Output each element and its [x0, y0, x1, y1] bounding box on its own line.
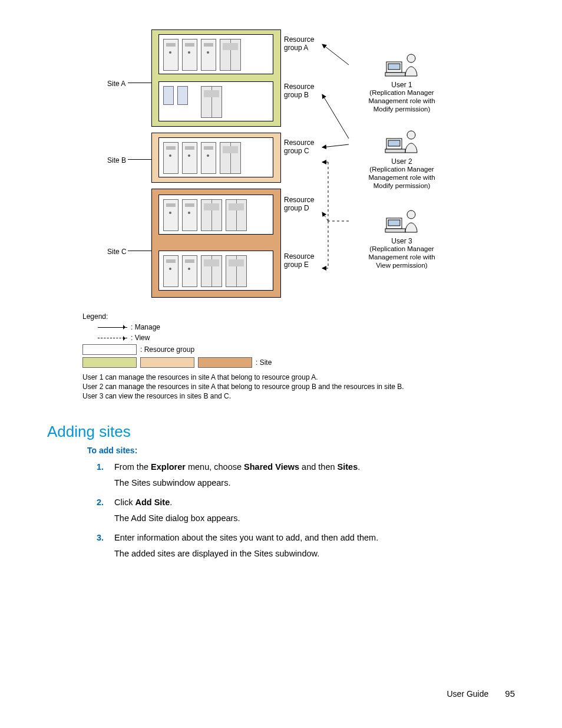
- resource-group-b-label: Resource group B: [284, 83, 314, 99]
- user-3-name: User 3: [346, 237, 458, 245]
- legend-resgroup: : Resource group: [140, 345, 194, 354]
- servers-icon: [163, 199, 247, 231]
- legend: Legend: : Manage : View : Resource group…: [82, 312, 480, 368]
- user-computer-icon: [384, 206, 419, 236]
- svg-point-3: [407, 54, 415, 62]
- svg-rect-2: [385, 73, 405, 76]
- step-text: Enter information about the sites you wa…: [114, 533, 378, 542]
- user-computer-icon: [384, 127, 419, 156]
- svg-rect-1: [388, 64, 400, 70]
- note-line: User 2 can manage the resources in site …: [82, 382, 480, 391]
- step-3: 3. Enter information about the sites you…: [97, 532, 515, 560]
- svg-line-13: [322, 94, 349, 139]
- user-2-name: User 2: [346, 157, 458, 166]
- procedure-subhead: To add sites:: [87, 446, 515, 455]
- step-1: 1. From the Explorer menu, choose Shared…: [97, 461, 515, 489]
- user-2-role: (Replication Manager Management role wit…: [346, 166, 458, 190]
- dashed-arrow-icon: [98, 338, 127, 338]
- step-number: 3.: [97, 532, 104, 544]
- svg-line-12: [322, 44, 349, 65]
- servers-icon: [163, 39, 241, 71]
- step-result: The Sites subwindow appears.: [114, 477, 515, 489]
- page-number: 95: [505, 689, 515, 699]
- svg-rect-5: [388, 140, 400, 146]
- svg-rect-10: [385, 229, 405, 232]
- resource-group-e-label: Resource group E: [284, 252, 314, 269]
- step-number: 2.: [97, 496, 104, 509]
- step-text: Click Add Site.: [114, 498, 172, 507]
- site-swatch: [82, 357, 137, 368]
- site-a-label: Site A: [107, 80, 125, 88]
- step-number: 1.: [97, 461, 104, 473]
- page-footer: User Guide 95: [447, 689, 515, 699]
- footer-label: User Guide: [447, 689, 489, 699]
- procedure-steps: 1. From the Explorer menu, choose Shared…: [97, 461, 515, 560]
- svg-point-11: [407, 210, 415, 219]
- svg-line-18: [322, 212, 328, 221]
- user-2-block: User 2 (Replication Manager Management r…: [346, 127, 458, 190]
- svg-rect-9: [388, 220, 400, 226]
- servers-icon: [163, 255, 247, 287]
- user-1-name: User 1: [346, 81, 458, 89]
- step-text: From the Explorer menu, choose Shared Vi…: [114, 462, 360, 472]
- legend-site: : Site: [256, 358, 272, 367]
- diagram-notes: User 1 can manage the resources in site …: [82, 373, 480, 401]
- site-swatch: [198, 357, 252, 368]
- legend-manage: : Manage: [131, 323, 160, 331]
- resource-group-swatch: [82, 344, 137, 355]
- user-1-role: (Replication Manager Management role wit…: [346, 89, 458, 113]
- resource-group-c-label: Resource group C: [284, 139, 314, 155]
- user-computer-icon: [384, 50, 419, 80]
- svg-rect-6: [385, 149, 405, 153]
- user-3-block: User 3 (Replication Manager Management r…: [346, 206, 458, 269]
- permissions-diagram: Site A Site B Site C Resource group A Re…: [92, 24, 470, 307]
- site-swatch: [140, 357, 194, 368]
- note-line: User 3 can view the resources in sites B…: [82, 391, 480, 401]
- site-b-label: Site B: [107, 156, 126, 164]
- user-1-block: User 1 (Replication Manager Management r…: [346, 50, 458, 113]
- legend-title: Legend:: [82, 312, 480, 321]
- note-line: User 1 can manage the resources in site …: [82, 373, 480, 382]
- resource-group-a-label: Resource group A: [284, 35, 314, 52]
- step-result: The added sites are displayed in the Sit…: [114, 548, 515, 560]
- servers-icon: [163, 142, 241, 174]
- servers-icon: [163, 86, 222, 118]
- svg-point-7: [407, 131, 415, 139]
- site-c-label: Site C: [107, 248, 127, 256]
- section-heading: Adding sites: [47, 423, 515, 441]
- step-2: 2. Click Add Site. The Add Site dialog b…: [97, 496, 515, 525]
- solid-arrow-icon: [98, 327, 127, 328]
- user-3-role: (Replication Manager Management role wit…: [346, 245, 458, 269]
- svg-line-14: [322, 144, 349, 147]
- step-result: The Add Site dialog box appears.: [114, 512, 515, 525]
- legend-view: : View: [131, 334, 150, 342]
- resource-group-d-label: Resource group D: [284, 196, 314, 212]
